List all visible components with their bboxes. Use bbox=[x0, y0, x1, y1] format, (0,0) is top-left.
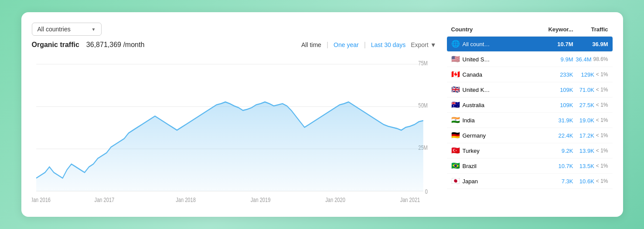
cell-traffic-percent: < 1% bbox=[596, 102, 608, 108]
left-panel: All countries ▼ Organic traffic 36,871,3… bbox=[32, 23, 436, 206]
table-row[interactable]: 🇬🇧United K…109K71.0K< 1% bbox=[447, 82, 613, 98]
table-row[interactable]: 🇨🇦Canada233K129K< 1% bbox=[447, 67, 613, 82]
cell-traffic-percent: < 1% bbox=[596, 117, 608, 123]
cell-keywords: 10.7M bbox=[538, 41, 573, 47]
cell-traffic-container: 13.9K< 1% bbox=[573, 148, 608, 154]
country-name: Australia bbox=[463, 102, 485, 108]
cell-traffic-percent: < 1% bbox=[596, 148, 608, 154]
flag-icon: 🇮🇳 bbox=[451, 117, 460, 124]
table-row[interactable]: 🇹🇷Turkey9.2K13.9K< 1% bbox=[447, 143, 613, 158]
chevron-down-icon: ▼ bbox=[92, 27, 96, 32]
country-name: United K… bbox=[463, 87, 490, 93]
cell-country: 🇧🇷Brazil bbox=[451, 162, 538, 169]
filter-one-year[interactable]: One year bbox=[334, 41, 359, 48]
cell-traffic-container: 36.4M98.6% bbox=[573, 56, 608, 63]
svg-text:0: 0 bbox=[425, 188, 427, 195]
filter-last-30[interactable]: Last 30 days bbox=[371, 41, 405, 48]
top-controls: All countries ▼ bbox=[32, 23, 436, 36]
svg-text:Jan 2016: Jan 2016 bbox=[32, 196, 51, 203]
cell-country: 🇮🇳India bbox=[451, 117, 538, 124]
cell-traffic-container: 27.5K< 1% bbox=[573, 102, 608, 108]
cell-keywords: 7.3K bbox=[538, 178, 573, 185]
flag-icon: 🇺🇸 bbox=[451, 56, 460, 63]
country-name: Canada bbox=[463, 71, 483, 78]
cell-traffic-percent: < 1% bbox=[596, 87, 608, 93]
traffic-chart: 75M 50M 25M 0 bbox=[32, 54, 436, 206]
country-name: India bbox=[463, 117, 475, 124]
time-filters: All time | One year | Last 30 days Expor… bbox=[301, 41, 436, 49]
cell-keywords: 10.7K bbox=[538, 163, 573, 169]
country-name: All count… bbox=[463, 41, 490, 47]
traffic-label: Organic traffic bbox=[32, 41, 79, 49]
cell-traffic-container: 13.5K< 1% bbox=[573, 163, 608, 169]
cell-traffic-container: 10.6K< 1% bbox=[573, 178, 608, 185]
country-name: Japan bbox=[463, 178, 478, 185]
cell-country: 🌐All count… bbox=[451, 40, 538, 47]
table-row[interactable]: 🇦🇺Australia109K27.5K< 1% bbox=[447, 98, 613, 113]
export-arrow-icon: ▼ bbox=[430, 41, 436, 48]
table-row[interactable]: 🌐All count…10.7M36.9M bbox=[447, 37, 613, 52]
cell-keywords: 9.2K bbox=[538, 148, 573, 154]
cell-traffic-percent: 98.6% bbox=[593, 56, 608, 62]
cell-traffic-value: 36.9M bbox=[592, 41, 608, 47]
country-name: Turkey bbox=[463, 148, 480, 154]
cell-traffic-container: 36.9M bbox=[573, 41, 608, 47]
flag-icon: 🇦🇺 bbox=[451, 101, 460, 108]
cell-country: 🇨🇦Canada bbox=[451, 71, 538, 78]
cell-keywords: 31.9K bbox=[538, 117, 573, 124]
flag-icon: 🇨🇦 bbox=[451, 71, 460, 78]
cell-traffic-value: 129K bbox=[581, 71, 594, 78]
cell-traffic-value: 13.5K bbox=[579, 163, 594, 169]
table-row[interactable]: 🇩🇪Germany22.4K17.2K< 1% bbox=[447, 128, 613, 143]
filter-all-time[interactable]: All time bbox=[301, 41, 321, 48]
table-body: 🌐All count…10.7M36.9M🇺🇸United S…9.9M36.4… bbox=[447, 37, 613, 189]
cell-keywords: 109K bbox=[538, 87, 573, 93]
cell-traffic-percent: < 1% bbox=[596, 132, 608, 138]
cell-keywords: 233K bbox=[538, 71, 573, 78]
cell-country: 🇯🇵Japan bbox=[451, 178, 538, 185]
svg-text:Jan 2019: Jan 2019 bbox=[250, 196, 270, 203]
col-header-country: Country bbox=[451, 26, 538, 33]
export-label: Export bbox=[411, 41, 428, 48]
cell-traffic-container: 129K< 1% bbox=[573, 71, 608, 78]
cell-traffic-percent: < 1% bbox=[596, 178, 608, 184]
table-header: Country Keywor... Traffic bbox=[447, 23, 613, 37]
country-name: United S… bbox=[463, 56, 490, 63]
col-header-traffic: Traffic bbox=[573, 26, 608, 33]
svg-text:Jan 2018: Jan 2018 bbox=[176, 196, 196, 203]
country-name: Germany bbox=[463, 132, 486, 139]
cell-country: 🇦🇺Australia bbox=[451, 101, 538, 108]
cell-country: 🇩🇪Germany bbox=[451, 132, 538, 139]
cell-country: 🇬🇧United K… bbox=[451, 86, 538, 93]
table-row[interactable]: 🇧🇷Brazil10.7K13.5K< 1% bbox=[447, 158, 613, 174]
traffic-value: 36,871,369 /month bbox=[86, 41, 144, 49]
country-dropdown-label: All countries bbox=[37, 26, 71, 33]
cell-traffic-percent: < 1% bbox=[596, 71, 608, 77]
flag-icon: 🌐 bbox=[451, 40, 460, 47]
svg-text:50M: 50M bbox=[418, 102, 428, 109]
cell-traffic-value: 13.9K bbox=[579, 148, 594, 154]
svg-text:Jan 2021: Jan 2021 bbox=[400, 196, 420, 203]
cell-traffic-value: 10.6K bbox=[579, 178, 594, 185]
cell-keywords: 9.9M bbox=[538, 56, 573, 63]
cell-country: 🇹🇷Turkey bbox=[451, 147, 538, 154]
cell-traffic-value: 27.5K bbox=[579, 102, 594, 108]
flag-icon: 🇩🇪 bbox=[451, 132, 460, 139]
svg-text:75M: 75M bbox=[418, 60, 428, 67]
traffic-row: Organic traffic 36,871,369 /month All ti… bbox=[32, 41, 436, 49]
chart-container: 75M 50M 25M 0 bbox=[32, 54, 436, 206]
table-row[interactable]: 🇺🇸United S…9.9M36.4M98.6% bbox=[447, 52, 613, 67]
right-panel: Country Keywor... Traffic 🌐All count…10.… bbox=[447, 23, 613, 206]
country-name: Brazil bbox=[463, 163, 477, 169]
cell-traffic-container: 17.2K< 1% bbox=[573, 132, 608, 139]
cell-traffic-value: 17.2K bbox=[579, 132, 594, 139]
export-button[interactable]: Export ▼ bbox=[411, 41, 436, 48]
cell-keywords: 109K bbox=[538, 102, 573, 108]
table-row[interactable]: 🇮🇳India31.9K19.0K< 1% bbox=[447, 113, 613, 128]
country-dropdown[interactable]: All countries ▼ bbox=[32, 23, 102, 36]
svg-text:Jan 2020: Jan 2020 bbox=[325, 196, 345, 203]
flag-icon: 🇬🇧 bbox=[451, 86, 460, 93]
table-row[interactable]: 🇯🇵Japan7.3K10.6K< 1% bbox=[447, 174, 613, 189]
cell-traffic-container: 71.0K< 1% bbox=[573, 87, 608, 93]
cell-traffic-container: 19.0K< 1% bbox=[573, 117, 608, 124]
